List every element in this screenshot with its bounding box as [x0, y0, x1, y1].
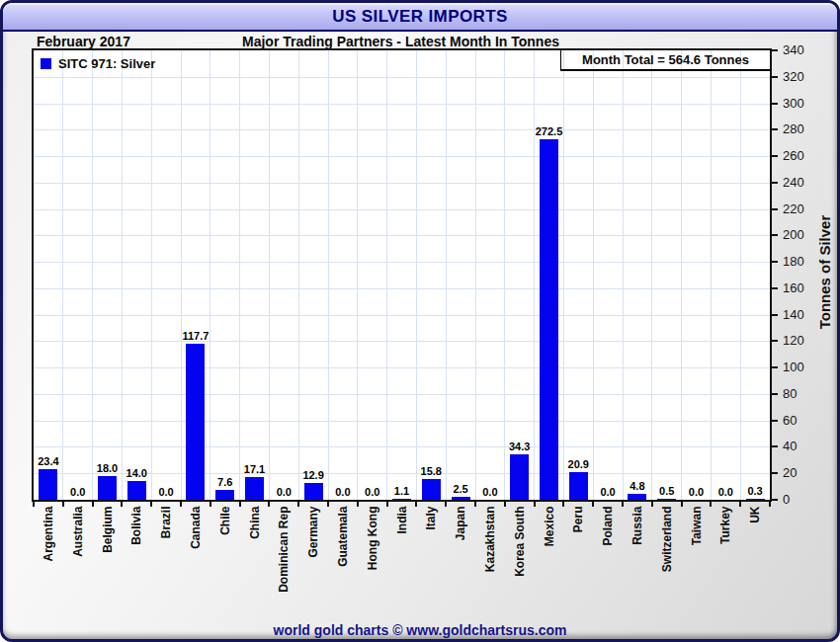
y-axis-tick [771, 287, 778, 289]
x-axis-tick [327, 502, 329, 507]
x-axis-tick [651, 502, 653, 507]
x-axis-tick [445, 502, 447, 507]
x-tick-label: Kazakhstan [482, 507, 497, 615]
h-gridline [34, 183, 770, 184]
x-axis-tick [268, 502, 270, 507]
bar [245, 477, 264, 500]
plot-area: 23.40.018.014.00.0117.77.617.10.012.90.0… [32, 48, 772, 502]
x-tick-label: Guatemala [335, 507, 350, 615]
y-tick-label: 20 [783, 465, 816, 481]
h-gridline [34, 209, 770, 210]
bar [510, 454, 529, 500]
h-gridline [34, 104, 770, 105]
bar [422, 479, 441, 500]
y-tick-label: 180 [783, 254, 816, 270]
y-tick-label: 220 [783, 201, 816, 217]
y-tick-label: 0 [783, 492, 816, 508]
h-gridline [34, 315, 770, 316]
bar-value-label: 0.0 [264, 486, 303, 498]
bar-value-label: 0.0 [58, 486, 98, 498]
legend: SITC 971: Silver [41, 56, 155, 71]
x-tick-label: Argentina [41, 507, 55, 615]
y-tick-label: 80 [783, 386, 816, 402]
x-axis-tick [534, 502, 536, 507]
y-axis-tick [771, 499, 778, 501]
x-tick-label: Japan [454, 507, 468, 615]
v-gridline [269, 50, 270, 500]
x-axis-tick [210, 502, 211, 507]
bar [215, 490, 234, 500]
y-axis-tick [771, 445, 778, 447]
y-tick-label: 160 [783, 281, 816, 296]
legend-swatch-icon [41, 58, 51, 69]
v-gridline [504, 50, 505, 500]
y-tick-label: 240 [783, 175, 816, 191]
bar [39, 469, 57, 500]
x-axis-tick [357, 502, 359, 507]
y-axis-tick [771, 472, 778, 474]
v-gridline [210, 50, 210, 500]
x-tick-label: Chile [217, 507, 232, 615]
y-tick-label: 340 [783, 42, 816, 58]
y-tick-label: 100 [783, 360, 816, 375]
x-tick-label: Mexico [542, 507, 556, 615]
bar [452, 497, 470, 500]
y-tick-label: 40 [783, 439, 816, 454]
y-axis-tick [771, 420, 778, 422]
v-gridline [357, 50, 358, 500]
x-tick-label: Turkey [718, 507, 733, 615]
x-axis-tick [150, 502, 152, 507]
bar [186, 344, 205, 500]
y-tick-label: 60 [783, 413, 816, 429]
bar-value-label: 7.6 [206, 476, 245, 488]
x-axis-tick [92, 502, 94, 507]
v-gridline [92, 50, 93, 500]
x-axis-tick [62, 502, 64, 507]
v-gridline [328, 50, 329, 500]
x-tick-label: Switzerland [659, 507, 674, 615]
bar-value-label: 12.9 [294, 469, 333, 481]
bar-value-label: 17.1 [235, 463, 275, 475]
x-axis-tick [415, 502, 417, 507]
h-gridline [34, 421, 770, 422]
x-axis-tick [180, 502, 182, 507]
v-gridline [239, 50, 240, 500]
v-gridline [62, 50, 63, 500]
h-gridline [34, 235, 770, 236]
x-axis-tick [769, 502, 771, 507]
bar-value-label: 117.7 [176, 330, 215, 342]
footer-credit: world gold charts © www.goldchartsrus.co… [3, 622, 837, 638]
x-tick-label: Belgium [100, 507, 115, 615]
page-title: US SILVER IMPORTS [332, 7, 507, 26]
h-gridline [34, 77, 770, 78]
bar [628, 494, 646, 500]
v-gridline [740, 50, 741, 500]
x-tick-label: India [394, 507, 409, 615]
bar [746, 499, 765, 500]
y-axis-tick [771, 208, 778, 210]
v-gridline [181, 50, 182, 500]
h-gridline [34, 288, 770, 289]
bar [98, 476, 117, 500]
bar-value-label: 0.0 [146, 486, 186, 498]
h-gridline [34, 367, 770, 368]
bar [127, 481, 146, 500]
x-tick-label: Korea South [512, 507, 527, 615]
x-axis-tick [474, 502, 476, 507]
y-tick-label: 320 [783, 69, 816, 85]
x-tick-label: UK [748, 507, 763, 615]
x-tick-label: China [247, 507, 262, 615]
v-gridline [651, 50, 652, 500]
v-gridline [681, 50, 682, 500]
y-tick-label: 200 [783, 227, 816, 243]
x-axis-tick [681, 502, 683, 507]
y-axis-tick [771, 340, 778, 342]
x-tick-label: Germany [306, 507, 321, 615]
v-gridline [298, 50, 299, 500]
bar-value-label: 1.1 [382, 485, 422, 497]
v-gridline [151, 50, 152, 500]
x-tick-label: Brazil [159, 507, 174, 615]
x-tick-label: Peru [571, 507, 586, 615]
bar-value-label: 0.3 [735, 485, 775, 497]
y-axis-tick [771, 128, 778, 130]
